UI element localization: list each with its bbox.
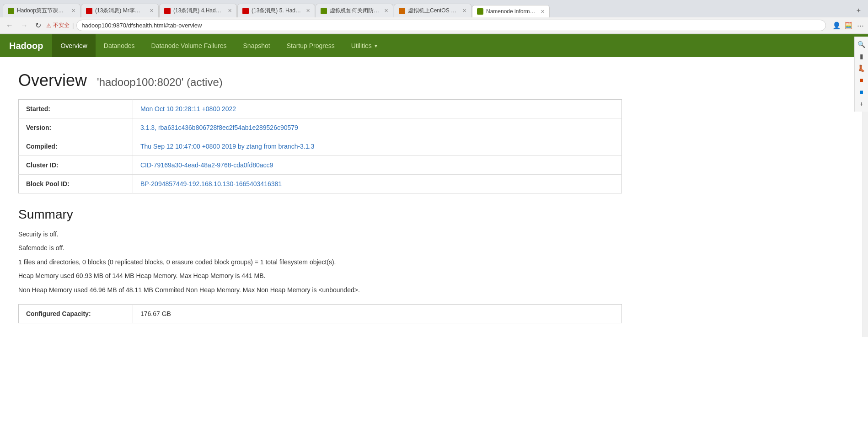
- row-value: Mon Oct 10 20:28:11 +0800 2022: [133, 100, 622, 118]
- row-value: CID-79169a30-4ead-48a2-9768-cda0fd80acc9: [133, 156, 622, 175]
- row-value: Thu Sep 12 10:47:00 +0800 2019 by ztang …: [133, 137, 622, 156]
- tab-close-button[interactable]: ✕: [306, 8, 310, 14]
- summary-line: Safemode is off.: [18, 243, 622, 253]
- address-bar: ← → ↻ ⚠ 不安全 | 👤 🧮 ⋯: [0, 17, 868, 34]
- hadoop-brand: Hadoop: [0, 34, 52, 57]
- warning-icon: ⚠: [46, 22, 51, 29]
- dropdown-arrow-icon: ▼: [374, 43, 378, 48]
- browser-tab-tab5[interactable]: 虚拟机如何关闭防火墙...✕: [316, 4, 393, 17]
- browser-right-sidebar: 🔍 ▮ 👢 ■ ■ +: [854, 37, 868, 112]
- tab-favicon: [321, 8, 327, 14]
- search-sidebar-icon[interactable]: 🔍: [857, 39, 867, 49]
- overview-table: Started:Mon Oct 10 20:28:11 +0800 2022Ve…: [18, 99, 622, 193]
- overview-subtitle: 'hadoop100:8020' (active): [97, 76, 223, 88]
- tab-favicon: [8, 8, 14, 14]
- tab-favicon: [477, 8, 483, 15]
- security-warning: ⚠ 不安全: [46, 21, 70, 29]
- tab-close-button[interactable]: ✕: [150, 8, 154, 14]
- address-input[interactable]: [76, 20, 826, 31]
- summary-line: Security is off.: [18, 229, 622, 239]
- browser-chrome: Hadoop第五节课堂笔...✕(13条消息) Mr李小四...✕(13条消息)…: [0, 0, 868, 34]
- reload-button[interactable]: ↻: [33, 20, 43, 31]
- summary-lines: Security is off.Safemode is off.1 files …: [18, 229, 622, 295]
- row-value: BP-2094857449-192.168.10.130-16654034163…: [133, 175, 622, 193]
- tab-favicon: [399, 8, 405, 14]
- tab-close-button[interactable]: ✕: [71, 8, 75, 14]
- nav-item-datanodes[interactable]: Datanodes: [96, 34, 143, 57]
- tab-close-button[interactable]: ✕: [228, 8, 232, 14]
- main-layout: Overview 'hadoop100:8020' (active) Start…: [0, 57, 868, 337]
- tab-label: (13条消息) 5. Hadoop...: [252, 7, 301, 15]
- row-value: 176.67 GB: [133, 304, 622, 323]
- hadoop-navbar: Hadoop OverviewDatanodesDatanode Volume …: [0, 34, 868, 57]
- tab-close-button[interactable]: ✕: [384, 8, 388, 14]
- collections-icon[interactable]: ▮: [857, 51, 867, 61]
- forward-button[interactable]: →: [18, 21, 30, 31]
- page-title: Overview 'hadoop100:8020' (active): [18, 71, 622, 90]
- browser-tab-tab7[interactable]: Namenode informati...✕: [472, 5, 550, 17]
- browser-tab-tab1[interactable]: Hadoop第五节课堂笔...✕: [3, 4, 80, 17]
- nav-item-startup-progress[interactable]: Startup Progress: [279, 34, 343, 57]
- tab-label: 虚拟机如何关闭防火墙...: [330, 7, 380, 15]
- nav-item-datanode-volume-failures[interactable]: Datanode Volume Failures: [143, 34, 235, 57]
- table-row: Block Pool ID:BP-2094857449-192.168.10.1…: [19, 175, 622, 193]
- tab-label: Hadoop第五节课堂笔...: [17, 7, 67, 15]
- table-row: Cluster ID:CID-79169a30-4ead-48a2-9768-c…: [19, 156, 622, 175]
- tab-favicon: [242, 8, 249, 14]
- row-label: Version:: [19, 118, 133, 137]
- address-separator: |: [72, 22, 74, 29]
- settings-icon[interactable]: ⋯: [856, 21, 864, 30]
- browser-tab-tab2[interactable]: (13条消息) Mr李小四...✕: [81, 4, 159, 17]
- browser-actions: 👤 🧮 ⋯: [832, 21, 864, 30]
- profile-icon[interactable]: 👤: [832, 21, 841, 30]
- row-label: Configured Capacity:: [19, 304, 133, 323]
- summary-title: Summary: [18, 207, 622, 222]
- row-value: 3.1.3, rba631c436b806728f8ec2f54ab1e2895…: [133, 118, 622, 137]
- nav-item-utilities[interactable]: Utilities▼: [343, 34, 386, 57]
- tab-label: Namenode informati...: [486, 8, 536, 15]
- row-label: Compiled:: [19, 137, 133, 156]
- row-label: Started:: [19, 100, 133, 118]
- table-row: Version:3.1.3, rba631c436b806728f8ec2f54…: [19, 118, 622, 137]
- table-row: Started:Mon Oct 10 20:28:11 +0800 2022: [19, 100, 622, 118]
- tab-label: 虚拟机上CentOS 7关...: [408, 7, 458, 15]
- browser-tab-tab4[interactable]: (13条消息) 5. Hadoop...✕: [237, 4, 315, 17]
- configured-capacity-table: Configured Capacity:176.67 GB: [18, 304, 622, 323]
- nav-item-overview[interactable]: Overview: [52, 34, 95, 57]
- table-row: Compiled:Thu Sep 12 10:47:00 +0800 2019 …: [19, 137, 622, 156]
- tab-bar: Hadoop第五节课堂笔...✕(13条消息) Mr李小四...✕(13条消息)…: [0, 0, 868, 17]
- summary-line: Non Heap Memory used 46.96 MB of 48.11 M…: [18, 285, 622, 295]
- new-tab-button[interactable]: +: [852, 4, 865, 17]
- office-icon[interactable]: ■: [857, 75, 867, 85]
- browser-tab-tab3[interactable]: (13条消息) 4.Hadoop...✕: [159, 4, 237, 17]
- tab-favicon: [86, 8, 92, 14]
- browser-tab-tab6[interactable]: 虚拟机上CentOS 7关...✕: [394, 4, 472, 17]
- extensions-icon[interactable]: 🧮: [844, 21, 852, 30]
- tab-label: (13条消息) 4.Hadoop...: [173, 7, 223, 15]
- summary-line: Heap Memory used 60.93 MB of 144 MB Heap…: [18, 271, 622, 281]
- back-button[interactable]: ←: [4, 21, 16, 31]
- row-label: Cluster ID:: [19, 156, 133, 175]
- tab-favicon: [164, 8, 171, 14]
- tab-close-button[interactable]: ✕: [462, 8, 466, 14]
- outlook-icon[interactable]: ■: [857, 87, 867, 97]
- nav-item-snapshot[interactable]: Snapshot: [235, 34, 279, 57]
- summary-line: 1 files and directories, 0 blocks (0 rep…: [18, 257, 622, 267]
- tab-close-button[interactable]: ✕: [541, 9, 545, 15]
- table-row: Configured Capacity:176.67 GB: [19, 304, 622, 323]
- add-sidebar-icon[interactable]: +: [857, 99, 867, 109]
- main-content: Overview 'hadoop100:8020' (active) Start…: [0, 57, 640, 337]
- row-label: Block Pool ID:: [19, 175, 133, 193]
- wallet-icon[interactable]: 👢: [857, 63, 867, 73]
- tab-label: (13条消息) Mr李小四...: [95, 7, 145, 15]
